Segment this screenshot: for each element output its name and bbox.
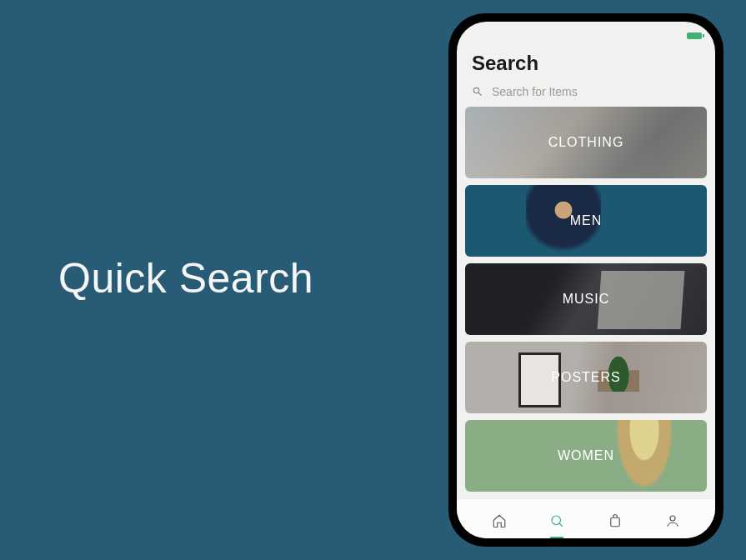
bag-icon <box>608 513 623 528</box>
search-nav-icon <box>549 513 564 528</box>
category-label: MEN <box>570 213 603 228</box>
search-icon <box>472 86 483 98</box>
svg-rect-2 <box>611 518 620 527</box>
category-clothing[interactable]: CLOTHING <box>465 107 707 178</box>
phone-screen: Search CLOTHING MEN MUSIC POSTERS WOMEN <box>457 22 715 538</box>
category-men[interactable]: MEN <box>465 185 707 257</box>
nav-bag[interactable] <box>598 507 632 535</box>
battery-icon <box>687 32 702 39</box>
category-music[interactable]: MUSIC <box>465 263 707 335</box>
category-women[interactable]: WOMEN <box>465 420 707 492</box>
phone-frame: Search CLOTHING MEN MUSIC POSTERS WOMEN <box>448 13 723 547</box>
search-row[interactable] <box>457 78 715 107</box>
category-posters[interactable]: POSTERS <box>465 342 707 413</box>
category-label: CLOTHING <box>548 135 624 150</box>
bottom-nav <box>457 498 715 538</box>
svg-point-0 <box>552 516 561 525</box>
home-icon <box>492 513 507 528</box>
header: Search <box>457 45 715 78</box>
category-label: WOMEN <box>558 448 614 463</box>
category-label: MUSIC <box>563 292 610 307</box>
category-label: POSTERS <box>551 370 620 385</box>
svg-point-3 <box>670 516 675 521</box>
categories-list: CLOTHING MEN MUSIC POSTERS WOMEN <box>457 107 715 498</box>
status-bar <box>457 22 715 45</box>
search-input[interactable] <box>492 85 700 98</box>
page-title: Search <box>472 52 700 75</box>
nav-home[interactable] <box>483 507 516 535</box>
hero-title: Quick Search <box>58 254 313 302</box>
nav-search[interactable] <box>540 507 573 535</box>
nav-profile[interactable] <box>656 507 689 535</box>
svg-line-1 <box>559 523 563 527</box>
profile-icon <box>665 513 680 528</box>
